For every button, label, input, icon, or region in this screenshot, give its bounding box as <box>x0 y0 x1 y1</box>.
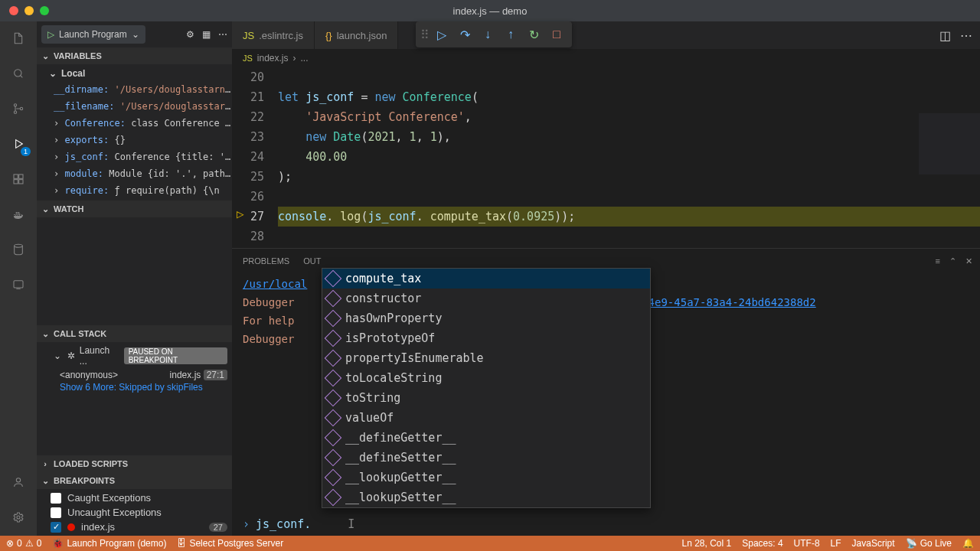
suggest-item[interactable]: __defineSetter__ <box>322 448 650 468</box>
local-scope-header[interactable]: ⌄Local <box>37 66 232 81</box>
errors-warnings[interactable]: ⊗ 0 ⚠ 0 <box>6 538 41 549</box>
debug-target[interactable]: 🐞 Launch Program (demo) <box>52 538 166 549</box>
suggest-item[interactable]: __lookupGetter__ <box>322 468 650 487</box>
svg-rect-9 <box>14 281 23 288</box>
continue-button[interactable]: ▷ <box>431 24 452 45</box>
svg-rect-7 <box>19 180 23 184</box>
settings-icon[interactable] <box>8 507 29 528</box>
launch-config-dropdown[interactable]: ▷ Launch Program ⌄ <box>41 25 145 44</box>
debug-toolbar[interactable]: ⠿ ▷ ↷ ↓ ↑ ↻ □ <box>416 21 572 47</box>
stop-button[interactable]: □ <box>546 24 567 45</box>
suggest-item[interactable]: hasOwnProperty <box>322 308 650 328</box>
eol[interactable]: LF <box>831 538 841 549</box>
drag-handle-icon[interactable]: ⠿ <box>420 28 430 42</box>
codespaces-icon[interactable] <box>8 274 29 295</box>
suggest-item[interactable]: compute_tax <box>322 269 650 289</box>
callstack-section-header[interactable]: ⌄CALL STACK <box>37 325 232 342</box>
svg-point-11 <box>17 516 20 519</box>
suggest-item[interactable]: toLocaleString <box>322 368 650 388</box>
language-mode[interactable]: JavaScript <box>852 538 895 549</box>
step-over-button[interactable]: ↷ <box>454 24 475 45</box>
method-icon <box>325 310 342 328</box>
suggest-item[interactable]: __defineGetter__ <box>322 428 650 448</box>
checkbox[interactable] <box>51 493 61 504</box>
watch-section-header[interactable]: ⌄WATCH <box>37 201 232 217</box>
variable-row[interactable]: › js_conf: Conference {title: 'Jav... <box>37 148 232 165</box>
cursor-position[interactable]: Ln 28, Col 1 <box>682 538 732 549</box>
go-live[interactable]: 📡 Go Live <box>906 538 952 549</box>
breadcrumb[interactable]: JS index.js › ... <box>232 49 980 67</box>
chevron-up-icon[interactable]: ⌃ <box>949 256 956 266</box>
method-icon <box>325 390 342 407</box>
tab-output[interactable]: OUT <box>303 256 321 266</box>
prompt-icon: › <box>243 517 250 531</box>
postgres-selector[interactable]: 🗄 Select Postgres Server <box>177 538 283 549</box>
titlebar: index.js — demo <box>0 0 980 21</box>
show-more-frames[interactable]: Show 6 More: Skipped by skipFiles <box>37 382 232 393</box>
indentation[interactable]: Spaces: 4 <box>742 538 782 549</box>
suggest-item[interactable]: isPrototypeOf <box>322 328 650 348</box>
checkbox-checked[interactable]: ✓ <box>51 522 61 533</box>
docker-icon[interactable] <box>8 204 29 225</box>
variable-row[interactable]: __dirname: '/Users/douglasstarne... <box>37 81 232 98</box>
tab-problems[interactable]: PROBLEMS <box>243 256 289 266</box>
gear-icon[interactable]: ⚙ <box>186 29 194 40</box>
suggest-item[interactable]: propertyIsEnumerable <box>322 348 650 368</box>
tab-launch-json[interactable]: {}launch.json <box>315 21 398 49</box>
extensions-icon[interactable] <box>8 168 29 190</box>
breakpoint-caught[interactable]: Caught Exceptions <box>37 491 232 505</box>
breakpoint-uncaught[interactable]: Uncaught Exceptions <box>37 505 232 520</box>
debug-console-input[interactable]: › js_conf. I <box>232 513 980 536</box>
tab-eslintrc[interactable]: JS.eslintrc.js <box>232 21 315 49</box>
traffic-lights <box>0 6 49 15</box>
debug-console-icon[interactable]: ▦ <box>202 29 211 40</box>
source-control-icon[interactable] <box>8 98 29 119</box>
code-lines[interactable]: let js_conf = new Conference( 'JavaScrip… <box>278 67 980 248</box>
text-cursor: I <box>348 517 354 531</box>
zoom-window[interactable] <box>40 6 49 15</box>
encoding[interactable]: UTF-8 <box>794 538 820 549</box>
minimize-window[interactable] <box>24 6 34 15</box>
suggest-item[interactable]: valueOf <box>322 408 650 428</box>
svg-rect-6 <box>14 180 18 184</box>
loaded-scripts-header[interactable]: ›LOADED SCRIPTS <box>37 455 232 472</box>
more-icon[interactable]: ⋯ <box>218 29 227 40</box>
method-icon <box>325 350 342 367</box>
variable-row[interactable]: › exports: {} <box>37 132 232 148</box>
restart-button[interactable]: ↻ <box>523 24 544 45</box>
filter-icon[interactable]: ≡ <box>936 256 940 266</box>
breakpoint-user[interactable]: ✓index.js27 <box>37 520 232 534</box>
close-panel-icon[interactable]: ✕ <box>965 256 972 266</box>
checkbox[interactable] <box>51 507 61 518</box>
variable-row[interactable]: › module: Module {id: '.', path: '... <box>37 165 232 182</box>
breakpoints-header[interactable]: ⌄BREAKPOINTS <box>37 472 232 489</box>
notifications-icon[interactable]: 🔔 <box>962 538 974 549</box>
step-into-button[interactable]: ↓ <box>477 24 498 45</box>
suggest-item[interactable]: toString <box>322 388 650 408</box>
close-window[interactable] <box>9 6 18 15</box>
more-actions-icon[interactable]: ⋯ <box>960 28 972 43</box>
database-icon[interactable] <box>8 239 29 260</box>
breakpoint-line-badge: 27 <box>209 523 227 532</box>
code-area[interactable]: ▷ 202122232425262728 let js_conf = new C… <box>232 67 980 248</box>
intellisense-popup[interactable]: compute_tax constructor hasOwnProperty i… <box>322 268 651 508</box>
run-debug-icon[interactable]: 1 <box>8 133 29 155</box>
callstack-thread[interactable]: ⌄✲ Launch ... PAUSED ON BREAKPOINT <box>37 344 232 368</box>
activity-bar: 1 <box>0 21 37 536</box>
stack-frame[interactable]: <anonymous> index.js 27:1 <box>37 368 232 382</box>
accounts-icon[interactable] <box>8 471 29 493</box>
svg-point-1 <box>14 104 16 106</box>
search-icon[interactable] <box>8 63 29 84</box>
step-out-button[interactable]: ↑ <box>500 24 521 45</box>
suggest-item[interactable]: constructor <box>322 289 650 308</box>
method-icon <box>325 370 342 387</box>
debug-sidebar-header: ▷ Launch Program ⌄ ⚙ ▦ ⋯ <box>37 21 232 47</box>
split-editor-icon[interactable]: ◫ <box>939 28 951 43</box>
variables-section-header[interactable]: ⌄VARIABLES <box>37 47 232 64</box>
suggest-item[interactable]: __lookupSetter__ <box>322 487 650 507</box>
variable-row[interactable]: __filename: '/Users/douglasstarne... <box>37 98 232 115</box>
minimap[interactable] <box>919 113 980 174</box>
variable-row[interactable]: › Conference: class Conference {\n... <box>37 115 232 132</box>
variable-row[interactable]: › require: ƒ require(path) {\n <box>37 182 232 199</box>
explorer-icon[interactable] <box>8 28 29 49</box>
